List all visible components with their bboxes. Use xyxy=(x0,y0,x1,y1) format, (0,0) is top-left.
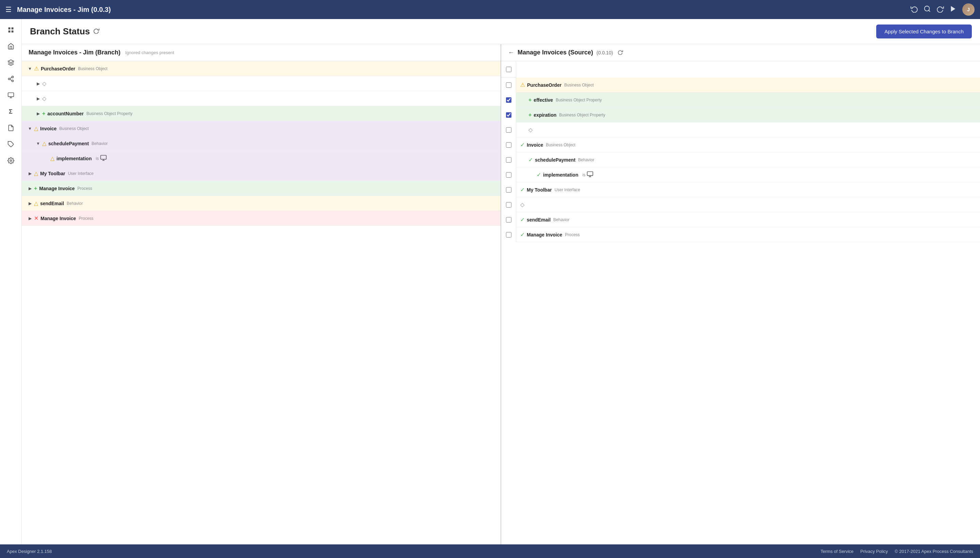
toggle-po-child2[interactable]: ▶ xyxy=(34,95,42,103)
apply-changes-button[interactable]: Apply Selected Changes to Branch xyxy=(876,25,972,38)
toggle-send-email[interactable]: ▶ xyxy=(26,199,34,208)
search-icon[interactable] xyxy=(924,5,931,14)
sidebar-item-sigma[interactable]: Σ xyxy=(4,105,18,118)
back-arrow-icon[interactable]: ← xyxy=(508,49,514,56)
plus-icon-effective: + xyxy=(529,97,532,103)
svg-line-12 xyxy=(10,77,12,78)
toggle-manage-inv[interactable]: ▶ xyxy=(26,184,34,192)
svg-line-11 xyxy=(10,79,12,80)
svg-point-8 xyxy=(11,76,13,78)
checkbox-col-impl xyxy=(501,167,516,182)
sidebar-item-grid[interactable] xyxy=(4,23,18,37)
branch-row-send-email: ▶ △ sendEmail Behavior xyxy=(22,196,501,211)
checkbox-diamond2[interactable] xyxy=(506,202,511,208)
diamond-icon-src2: ◇ xyxy=(520,202,524,208)
page-header: Branch Status Apply Selected Changes to … xyxy=(22,19,980,44)
source-panel-title: Manage Invoices (Source) xyxy=(517,49,593,56)
branch-row-impl: △ implementation is xyxy=(22,151,501,166)
source-row-schedule: ✓ schedulePayment Behavior xyxy=(501,153,980,167)
warning-icon-src-po: ⚠ xyxy=(520,82,525,88)
sidebar-item-monitor[interactable] xyxy=(4,89,18,102)
source-row-diamond: ◇ xyxy=(501,123,980,138)
toggle-po-account[interactable]: ▶ xyxy=(34,110,42,118)
terms-of-service-link[interactable]: Terms of Service xyxy=(821,549,854,554)
branch-row-schedule: ▼ △ schedulePayment Behavior xyxy=(22,136,501,151)
checkbox-schedule[interactable] xyxy=(506,157,511,162)
toggle-invoice[interactable]: ▼ xyxy=(26,125,34,133)
privacy-policy-link[interactable]: Privacy Policy xyxy=(860,549,888,554)
checkbox-invoice[interactable] xyxy=(506,142,511,148)
svg-rect-18 xyxy=(101,155,107,159)
svg-rect-21 xyxy=(587,171,593,176)
avatar[interactable]: J xyxy=(962,3,975,16)
svg-point-0 xyxy=(924,6,930,11)
source-panel: ← Manage Invoices (Source) (0.0.10) xyxy=(501,44,980,544)
warning-icon-schedule: △ xyxy=(42,140,46,147)
source-tree-row-manage-inv2: ✓ Manage Invoice Process xyxy=(516,227,980,242)
source-tree-row-toolbar: ✓ My Toolbar User Interface xyxy=(516,182,980,197)
master-checkbox[interactable] xyxy=(506,67,511,72)
checkbox-expiration[interactable] xyxy=(506,112,511,118)
hamburger-menu[interactable]: ☰ xyxy=(5,5,11,14)
impl-icon-src xyxy=(587,171,593,179)
warning-icon: ⚠ xyxy=(34,65,39,72)
source-tree-row-expiration: + expiration Business Object Property xyxy=(516,108,980,123)
check-icon-toolbar: ✓ xyxy=(520,187,525,193)
checkbox-manage-inv2[interactable] xyxy=(506,232,511,238)
source-row-impl: ✓ implementation is xyxy=(501,167,980,182)
top-nav: ☰ Manage Invoices - Jim (0.0.3) J xyxy=(0,0,980,19)
toggle-po-child1[interactable]: ▶ xyxy=(34,80,42,88)
svg-line-1 xyxy=(929,10,930,11)
svg-rect-5 xyxy=(8,31,10,33)
checkbox-po[interactable] xyxy=(506,82,511,88)
footer-links: Terms of Service Privacy Policy © 2017-2… xyxy=(821,549,973,554)
branch-panel-title: Manage Invoices - Jim (Branch) xyxy=(29,49,120,56)
source-row-po: ⚠ PurchaseOrder Business Object xyxy=(501,77,980,92)
checkbox-col-diamond xyxy=(501,123,516,138)
source-panel-header: ← Manage Invoices (Source) (0.0.10) xyxy=(501,44,980,61)
checkbox-col-expiration xyxy=(501,108,516,123)
branch-row-po-account: ▶ + accountNumber Business Object Proper… xyxy=(22,106,501,121)
source-tree-row-invoice: ✓ Invoice Business Object xyxy=(516,138,980,153)
content-area: Branch Status Apply Selected Changes to … xyxy=(22,19,980,544)
svg-rect-13 xyxy=(8,93,14,97)
sidebar-item-share[interactable] xyxy=(4,72,18,86)
checkbox-col-invoice xyxy=(501,138,516,153)
history-icon[interactable] xyxy=(911,5,918,14)
toggle-manage-inv2[interactable]: ▶ xyxy=(26,214,34,223)
check-icon-invoice: ✓ xyxy=(520,141,525,148)
sidebar-item-dashboard[interactable] xyxy=(4,56,18,69)
cross-icon: ✕ xyxy=(34,215,38,222)
play-icon[interactable] xyxy=(949,5,957,14)
branch-row-toolbar: ▶ △ My Toolbar User Interface xyxy=(22,166,501,181)
checkbox-diamond[interactable] xyxy=(506,127,511,133)
refresh-icon[interactable] xyxy=(936,5,944,14)
footer-copyright: © 2017-2021 Apex Process Consultants xyxy=(895,549,973,554)
diamond-icon-2: ◇ xyxy=(42,95,46,102)
toggle-po[interactable]: ▼ xyxy=(26,65,34,73)
checkbox-send-email[interactable] xyxy=(506,217,511,223)
source-tree-row-schedule: ✓ schedulePayment Behavior xyxy=(516,153,980,167)
source-tree-row-effective: + effective Business Object Property xyxy=(516,92,980,108)
branch-row-po-child1: ▶ ◇ xyxy=(22,76,501,91)
checkbox-impl[interactable] xyxy=(506,172,511,177)
checkbox-col-manage-inv2 xyxy=(501,227,516,242)
checkbox-effective[interactable] xyxy=(506,97,511,103)
sidebar-item-settings[interactable] xyxy=(4,154,18,167)
diamond-icon-src: ◇ xyxy=(529,126,532,133)
source-tree-row-diamond: ◇ xyxy=(516,123,980,138)
sidebar-item-files[interactable] xyxy=(4,121,18,135)
toggle-toolbar[interactable]: ▶ xyxy=(26,169,34,177)
source-refresh-icon[interactable] xyxy=(617,49,623,56)
page-refresh-icon[interactable] xyxy=(93,28,99,35)
checkbox-toolbar[interactable] xyxy=(506,187,511,192)
toggle-schedule[interactable]: ▼ xyxy=(34,140,42,148)
plus-icon-manage: + xyxy=(34,185,37,192)
sidebar-item-home[interactable] xyxy=(4,39,18,53)
source-row-manage-inv2: ✓ Manage Invoice Process xyxy=(501,227,980,242)
check-icon-send-email: ✓ xyxy=(520,217,525,223)
sidebar-item-extensions[interactable] xyxy=(4,138,18,151)
diamond-icon: ◇ xyxy=(42,80,46,87)
branch-row-invoice: ▼ △ Invoice Business Object xyxy=(22,121,501,136)
branch-row-manage-inv: ▶ + Manage Invoice Process xyxy=(22,181,501,196)
